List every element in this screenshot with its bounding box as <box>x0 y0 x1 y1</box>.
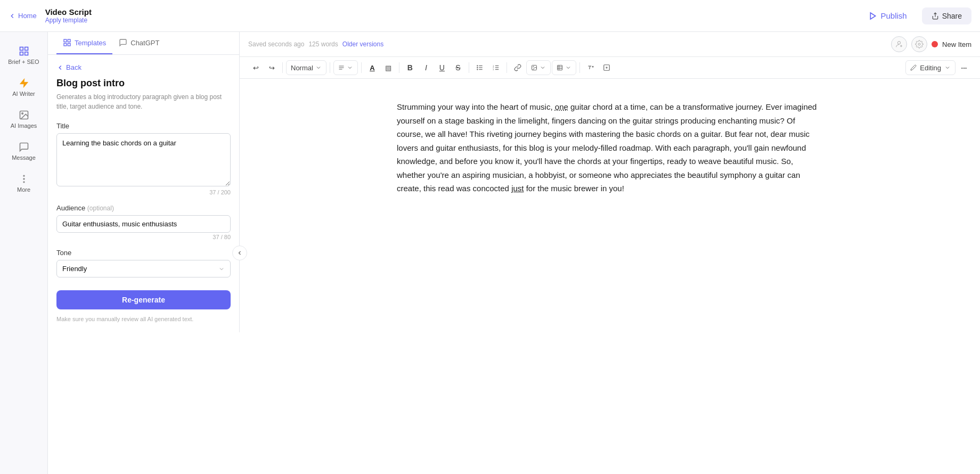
back-chevron-icon <box>56 64 64 71</box>
sidebar-label-ai-images: AI Images <box>11 122 37 129</box>
field-group-title: Title Learning the basic chords on a gui… <box>56 122 231 195</box>
editor-text: Strumming your way into the heart of mus… <box>397 100 823 195</box>
format-dropdown[interactable]: Normal <box>286 60 326 75</box>
regenerate-button[interactable]: Re-generate <box>56 290 231 309</box>
table-dropdown[interactable] <box>552 60 576 75</box>
special-char-button[interactable] <box>599 60 614 75</box>
toolbar-separator-3 <box>361 62 362 73</box>
publish-label: Publish <box>880 11 907 20</box>
sidebar-item-ai-images[interactable]: AI Images <box>3 104 45 134</box>
more-icon <box>19 174 29 184</box>
tab-templates[interactable]: Templates <box>56 32 112 54</box>
sidebar-item-more[interactable]: More <box>3 168 45 198</box>
chevron-down-icon <box>315 64 322 71</box>
sidebar-item-brief-seo[interactable]: Brief + SEO <box>3 40 45 70</box>
template-desc: Generates a blog introductory paragraph … <box>56 92 231 111</box>
svg-marker-0 <box>871 13 876 19</box>
older-versions-link[interactable]: Older versions <box>342 40 383 48</box>
audience-char-count: 37 / 80 <box>56 234 231 240</box>
svg-text:3: 3 <box>493 69 494 71</box>
audience-field-label: Audience (optional) <box>56 204 231 212</box>
highlight-button[interactable]: ▧ <box>381 60 396 75</box>
panel-content: Back Blog post intro Generates a blog in… <box>48 55 239 332</box>
align-dropdown[interactable] <box>333 60 358 75</box>
toolbar-separator-5 <box>469 62 469 73</box>
svg-point-28 <box>477 69 478 70</box>
doc-title: Video Script <box>45 7 92 17</box>
strikethrough-button[interactable]: S <box>451 60 466 75</box>
clear-format-button[interactable] <box>583 60 598 75</box>
settings-button[interactable] <box>911 36 927 52</box>
svg-line-42 <box>590 66 590 69</box>
tab-chatgpt[interactable]: ChatGPT <box>112 32 166 54</box>
collaborator-add-button[interactable] <box>891 36 907 52</box>
chevron-down-image-icon <box>540 64 546 71</box>
share-label: Share <box>942 12 962 20</box>
pencil-icon <box>910 64 917 71</box>
template-title: Blog post intro <box>56 78 231 89</box>
main-layout: Brief + SEO AI Writer AI Images Message … <box>0 32 980 474</box>
sidebar-label-more: More <box>17 186 30 193</box>
home-link[interactable]: Home <box>9 12 37 20</box>
title-field-label: Title <box>56 122 231 130</box>
sidebar-label-ai-writer: AI Writer <box>12 91 35 97</box>
table-icon <box>557 64 563 71</box>
svg-point-27 <box>477 67 478 68</box>
clear-format-icon <box>587 64 594 71</box>
tone-field-label: Tone <box>56 249 231 257</box>
publish-button[interactable]: Publish <box>859 7 916 24</box>
image-dropdown[interactable] <box>526 60 551 75</box>
editor-topbar: Saved seconds ago 125 words Older versio… <box>240 32 980 57</box>
redo-button[interactable]: ↪ <box>264 60 279 75</box>
editor-content[interactable]: Strumming your way into the heart of mus… <box>240 79 980 474</box>
share-button[interactable]: Share <box>922 7 971 24</box>
image-toolbar-icon <box>531 64 537 71</box>
sidebar-label-message: Message <box>12 154 36 161</box>
chevron-down-table-icon <box>565 64 571 71</box>
title-char-count: 37 / 200 <box>56 189 231 195</box>
tone-select[interactable]: Friendly Professional Casual Formal Humo… <box>56 260 231 277</box>
audience-input[interactable] <box>56 215 231 233</box>
link-icon <box>514 64 521 71</box>
toolbar-separator-6 <box>507 62 507 73</box>
new-item-label: New Item <box>942 40 971 48</box>
svg-point-8 <box>21 113 23 115</box>
toolbar-separator-2 <box>330 62 330 73</box>
topbar-right: New Item <box>891 36 971 52</box>
apply-template-link[interactable]: Apply template <box>45 17 92 24</box>
grid-icon <box>19 46 29 56</box>
gear-icon <box>915 40 924 48</box>
svg-point-19 <box>918 43 920 45</box>
editing-mode-label: Editing <box>920 64 941 72</box>
message-icon <box>19 142 29 152</box>
sidebar-item-ai-writer[interactable]: AI Writer <box>3 72 45 102</box>
bold-button[interactable]: B <box>403 60 418 75</box>
svg-rect-37 <box>557 66 562 70</box>
title-textarea[interactable]: Learning the basic chords on a guitar <box>56 133 231 186</box>
underline-button[interactable]: U <box>435 60 450 75</box>
undo-button[interactable]: ↩ <box>248 60 263 75</box>
collapse-panel-button[interactable] <box>232 246 247 260</box>
svg-rect-14 <box>64 43 67 46</box>
editor-area: Saved seconds ago 125 words Older versio… <box>240 32 980 474</box>
icon-sidebar: Brief + SEO AI Writer AI Images Message … <box>0 32 48 474</box>
disclaimer: Make sure you manually review all AI gen… <box>56 315 231 324</box>
italic-button[interactable]: I <box>419 60 434 75</box>
svg-rect-15 <box>68 43 70 46</box>
templates-icon <box>63 38 71 47</box>
panel: Templates ChatGPT Back Blog post intro G… <box>48 32 240 332</box>
publish-icon <box>869 12 877 20</box>
back-button[interactable]: Back <box>56 63 231 71</box>
numbered-list-button[interactable]: 123 <box>488 60 503 75</box>
svg-rect-2 <box>20 47 23 51</box>
svg-point-10 <box>23 178 24 179</box>
field-group-tone: Tone Friendly Professional Casual Formal… <box>56 249 231 277</box>
sidebar-item-message[interactable]: Message <box>3 136 45 166</box>
text-color-button[interactable]: A <box>365 60 380 75</box>
more-toolbar-button[interactable]: ··· <box>957 60 971 75</box>
bullet-list-button[interactable] <box>472 60 487 75</box>
svg-point-11 <box>23 182 24 183</box>
bullet-list-icon <box>476 64 484 71</box>
editing-mode-button[interactable]: Editing <box>905 60 956 75</box>
link-button[interactable] <box>510 60 525 75</box>
